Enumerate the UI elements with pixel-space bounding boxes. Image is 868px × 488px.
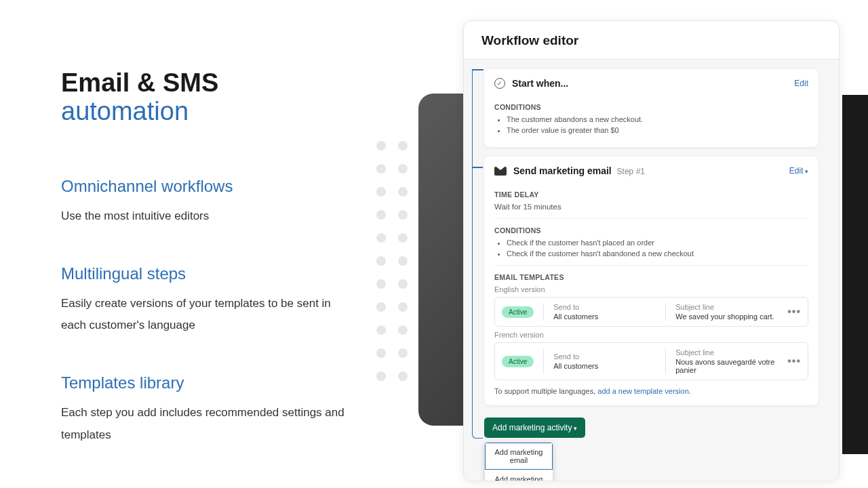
send-to-label: Send to (553, 352, 656, 361)
add-activity-button[interactable]: Add marketing activity (484, 418, 585, 438)
feature-templates: Templates library Each step you add incl… (61, 373, 353, 446)
start-trigger-card: ✓ Start when... Edit CONDITIONS The cust… (484, 69, 818, 147)
feature-multilingual: Multilingual steps Easily create version… (61, 264, 353, 337)
send-to-value: All customers (553, 312, 656, 321)
feature-title: Templates library (61, 373, 353, 392)
send-to-label: Send to (553, 303, 656, 311)
version-label: French version (494, 331, 808, 339)
feature-title: Multilingual steps (61, 264, 353, 283)
edit-link[interactable]: Edit (794, 79, 808, 88)
condition-item: Check if the customer hasn't placed an o… (507, 239, 808, 247)
template-version-row[interactable]: Active Send to All customers Subject lin… (494, 342, 808, 380)
more-actions-icon[interactable]: ••• (787, 306, 801, 318)
template-version-row[interactable]: Active Send to All customers Subject lin… (494, 297, 808, 327)
divider (494, 218, 808, 219)
condition-item: The customer abandons a new checkout. (507, 115, 808, 123)
workflow-connector (472, 167, 483, 168)
divider (543, 348, 544, 374)
conditions-list: The customer abandons a new checkout. Th… (494, 115, 808, 134)
workflow-editor-panel: Workflow editor ✓ Start when... Edit CON… (463, 20, 840, 481)
subject-value: Nous avons sauvegardé votre panier (675, 358, 778, 374)
templates-label: EMAIL TEMPLATES (494, 273, 808, 281)
decorative-band (842, 95, 868, 454)
divider (665, 348, 666, 374)
check-circle-icon: ✓ (494, 78, 505, 89)
email-step-card: Send marketing email Step #1 Edit TIME D… (484, 157, 818, 405)
page-title: Email & SMS automation (61, 69, 353, 126)
multilang-hint: To support multiple languages, add a new… (494, 387, 808, 395)
divider (543, 303, 544, 321)
add-version-link[interactable]: add a new template version. (597, 387, 691, 395)
time-delay-value: Wait for 15 minutes (494, 203, 808, 211)
version-label: English version (494, 285, 808, 293)
conditions-label: CONDITIONS (494, 226, 808, 235)
divider (665, 303, 666, 321)
mail-icon (494, 167, 507, 176)
feature-omnichannel: Omnichannel workflows Use the most intui… (61, 177, 353, 227)
feature-title: Omnichannel workflows (61, 177, 353, 196)
conditions-list: Check if the customer hasn't placed an o… (494, 239, 808, 258)
step-card-title: Send marketing email Step #1 (513, 165, 783, 176)
feature-desc: Each step you add includes recommended s… (61, 402, 353, 446)
marketing-copy: Email & SMS automation Omnichannel workf… (61, 69, 353, 483)
send-to-col: Send to All customers (553, 303, 656, 321)
workflow-connector (472, 69, 483, 439)
menu-item-email[interactable]: Add marketing email (485, 443, 553, 470)
send-to-value: All customers (553, 362, 656, 370)
send-to-col: Send to All customers (553, 352, 656, 370)
condition-item: Check if the customer hasn't abandoned a… (507, 249, 808, 258)
add-activity-menu: Add marketing email Add marketing SMS (484, 442, 553, 481)
condition-item: The order value is greater than $0 (507, 126, 808, 134)
edit-dropdown[interactable]: Edit (789, 166, 808, 176)
divider (494, 265, 808, 266)
status-badge: Active (502, 356, 534, 367)
menu-item-sms[interactable]: Add marketing SMS (485, 470, 553, 481)
subject-col: Subject line Nous avons sauvegardé votre… (675, 348, 778, 374)
subject-col: Subject line We saved your shopping cart… (675, 303, 778, 321)
decorative-dots (376, 141, 408, 394)
feature-desc: Use the most intuitive editors (61, 205, 353, 227)
title-accent: automation (61, 97, 189, 125)
editor-title: Workflow editor (464, 21, 839, 60)
step-title-text: Send marketing email (513, 165, 612, 176)
conditions-label: CONDITIONS (494, 103, 808, 111)
status-badge: Active (502, 306, 534, 318)
feature-desc: Easily create versions of your templates… (61, 293, 353, 337)
step-number: Step #1 (617, 167, 645, 176)
more-actions-icon[interactable]: ••• (787, 355, 801, 367)
subject-value: We saved your shopping cart. (675, 312, 778, 321)
subject-label: Subject line (675, 348, 778, 357)
time-delay-label: TIME DELAY (494, 190, 808, 199)
start-card-title: Start when... (512, 78, 787, 89)
title-bold: Email & SMS (61, 68, 218, 97)
hint-prefix: To support multiple languages, (494, 387, 597, 395)
subject-label: Subject line (675, 303, 778, 311)
